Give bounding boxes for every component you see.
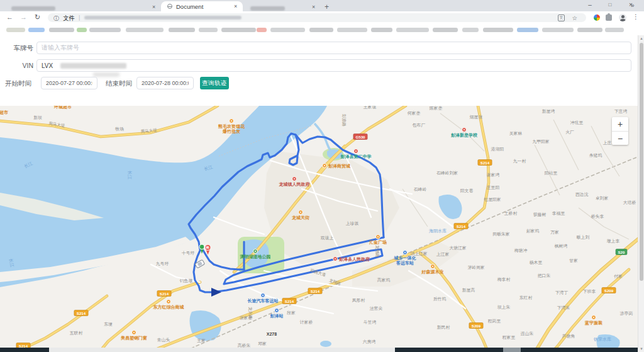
svg-text:彭泽站: 彭泽站: [270, 314, 284, 319]
end-time-input[interactable]: [136, 77, 194, 89]
address-bar[interactable]: ⓘ 文件 | 文 ☆: [48, 13, 586, 22]
map-label: 彭浪路: [341, 113, 347, 127]
bookmark-chip-blurred[interactable]: [270, 28, 305, 32]
back-icon[interactable]: ←: [6, 13, 13, 21]
tab-active-document[interactable]: Document ×: [161, 1, 243, 11]
menu-kebab-icon[interactable]: ⋮: [633, 13, 639, 20]
end-time-label: 结束时间: [101, 79, 132, 88]
bookmark-chip-blurred[interactable]: [257, 28, 267, 32]
extensions-puzzle-icon[interactable]: [606, 14, 612, 21]
map-label: 东埂: [104, 322, 113, 327]
bookmark-chip-blurred[interactable]: [433, 28, 458, 32]
svg-text:G530: G530: [355, 135, 365, 139]
bookmark-chip-blurred[interactable]: [483, 28, 513, 32]
profile-avatar[interactable]: [619, 14, 626, 21]
map-label: 新屋高: [462, 288, 475, 292]
tab-title: Document: [176, 3, 203, 10]
zoom-in-button[interactable]: +: [612, 117, 628, 131]
scrollbar-down-arrow[interactable]: ▼: [638, 347, 644, 351]
map-svg: G530S214S214S214S214S214S214S214S209S209…: [0, 106, 644, 348]
window-maximize-button[interactable]: □: [602, 2, 618, 8]
map-label: 下班李: [583, 289, 596, 293]
page-scrollbar[interactable]: ▲ ▼: [638, 35, 644, 352]
map-label: 甘家: [569, 258, 578, 263]
bookmark-chip-blurred[interactable]: [126, 28, 164, 32]
bookmark-chip-blurred[interactable]: [169, 28, 195, 32]
taskbar-segment: [503, 348, 521, 352]
map-label: 梅李村: [497, 277, 511, 282]
map-label: 上珍坂: [346, 221, 359, 226]
map-canvas[interactable]: G530S214S214S214S214S214S214S214S209S209…: [0, 106, 644, 348]
globe-favicon-icon: [167, 4, 172, 9]
plate-input[interactable]: [36, 42, 631, 54]
bookmark-chip-blurred[interactable]: [6, 28, 25, 32]
map-label: 墩上李: [606, 239, 620, 244]
map-label: 庄里阳: [487, 185, 499, 190]
tab-1-close-icon[interactable]: ×: [152, 4, 155, 10]
tab-active-close-icon[interactable]: ×: [234, 3, 237, 9]
map-label: 畈上刘: [577, 235, 590, 240]
tab-1[interactable]: ×: [5, 2, 160, 11]
tab-3[interactable]: ×: [244, 2, 319, 11]
svg-text:城乡一体化: 城乡一体化: [394, 255, 416, 261]
start-time-input[interactable]: [41, 77, 97, 89]
map-label: 张家垄: [240, 315, 253, 321]
bookmark-chip-blurred[interactable]: [337, 28, 367, 32]
forward-icon[interactable]: →: [20, 13, 27, 21]
reload-icon[interactable]: ↻: [35, 13, 40, 21]
bookmark-chip-blurred[interactable]: [49, 28, 74, 32]
map-label: 六房塆: [363, 339, 376, 344]
tab-3-close-icon[interactable]: ×: [312, 4, 315, 10]
bookmark-chip-blurred[interactable]: [28, 28, 45, 32]
svg-text:龙城天街: 龙城天街: [291, 215, 309, 220]
translate-icon[interactable]: 文: [558, 14, 565, 21]
bookmark-chip-blurred[interactable]: [89, 28, 121, 32]
bookmark-chip-blurred[interactable]: [517, 28, 538, 32]
bookmark-chip-blurred[interactable]: [542, 28, 574, 32]
bookmark-chip-blurred[interactable]: [577, 28, 602, 32]
bookmark-chip-blurred[interactable]: [77, 28, 87, 32]
map-label: 五联村: [70, 331, 83, 336]
map-label: 港湖阳: [491, 147, 504, 152]
bookmark-chip-blurred[interactable]: [371, 28, 392, 32]
map-label: 程岗里: [487, 319, 501, 324]
road-shield: G530: [353, 134, 367, 140]
scrollbar-up-arrow[interactable]: ▲: [638, 37, 644, 40]
bookmark-chip-blurred[interactable]: [396, 28, 429, 32]
map-label: 九号圩: [156, 261, 169, 266]
svg-text:S214: S214: [285, 299, 294, 304]
window-minimize-button[interactable]: –: [582, 1, 598, 8]
bookmark-star-icon[interactable]: ☆: [572, 14, 577, 21]
map-label: 杨木里: [529, 260, 543, 265]
bookmarks-overflow-chevron[interactable]: »: [631, 2, 635, 9]
map-label: 阳站里: [545, 171, 558, 176]
address-separator: |: [79, 14, 80, 21]
address-blurred-url: [84, 16, 242, 20]
bookmark-chip-blurred[interactable]: [199, 28, 218, 32]
bookmark-chip-blurred[interactable]: [462, 28, 479, 32]
map-label: 冲坑里: [570, 120, 584, 125]
zoom-out-button[interactable]: −: [612, 131, 628, 145]
map-label: 西边沈: [575, 192, 589, 197]
map-label: X278: [267, 332, 277, 336]
page-info-icon[interactable]: ⓘ: [53, 14, 59, 23]
road-shield: S214: [282, 298, 296, 304]
bookmark-chip-blurred[interactable]: [605, 28, 624, 32]
query-form-panel: 车牌号 VIN 开始时间 结束时间 查询轨迹: [0, 35, 644, 106]
new-tab-button[interactable]: +: [325, 3, 329, 11]
bookmark-chip-blurred[interactable]: [221, 28, 256, 32]
svg-text:客运车站: 客运车站: [396, 260, 414, 266]
map-label: 程家里: [502, 335, 516, 340]
map-label: 段家: [286, 310, 296, 315]
extension-colorful-icon[interactable]: [594, 14, 600, 21]
svg-text:美昌塑钢门窗: 美昌塑钢门窗: [120, 335, 147, 341]
bookmark-chip-blurred[interactable]: [309, 28, 333, 32]
map-label: 万家: [550, 230, 559, 234]
map-label: 青山头: [157, 338, 170, 342]
map-label: 枫树塆: [555, 244, 568, 249]
map-label: 李福里: [552, 211, 565, 216]
scrollbar-thumb[interactable]: [640, 43, 643, 281]
svg-text:好森源木业: 好森源木业: [421, 270, 444, 275]
query-track-button[interactable]: 查询轨迹: [200, 77, 229, 89]
map-label: 十号圩: [182, 251, 195, 255]
